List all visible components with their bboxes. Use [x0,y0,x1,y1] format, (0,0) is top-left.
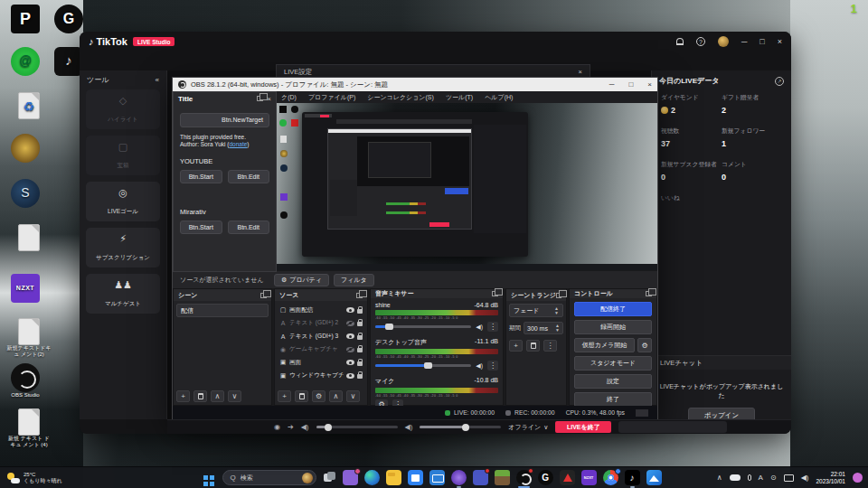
desktop-icon-text-doc-2[interactable]: 新規テキストドキュ メント(2) [5,318,52,358]
duration-spinner[interactable]: 300 ms▲▼ [524,322,563,334]
onedrive-icon[interactable] [730,474,741,481]
tray-speaker-icon[interactable]: ◀) [801,474,809,482]
tray-chevron-icon[interactable]: ∧ [717,474,722,482]
arrow-icon[interactable]: ➔ [288,423,294,431]
taskbar-logicool-g-icon[interactable]: G [538,470,553,485]
start-button[interactable] [203,475,208,480]
obs-preview-canvas[interactable] [277,103,657,270]
tiktok-title-bar[interactable]: ♪TikTok LIVE Studio ? ─ □ × [80,32,791,52]
source-down-button[interactable]: ∨ [346,390,360,402]
taskbar-edge-icon[interactable] [364,470,380,485]
search-highlight-image[interactable] [302,473,313,483]
search-box[interactable]: Q 検索 [222,470,316,485]
add-scene-button[interactable]: + [176,390,190,402]
remove-transition-button[interactable] [526,340,540,352]
source-row[interactable]: ◉ ゲームキャプチャ [278,343,364,357]
volume-slider[interactable] [375,325,471,328]
control-button[interactable]: スタジオモード [574,356,652,371]
obs-close-button[interactable]: × [647,80,652,89]
transition-type-select[interactable]: フェード▲▼ [509,304,563,317]
lock-icon[interactable] [357,309,363,314]
sidebar-tool-item[interactable]: ⚡ サブスクリプション [86,228,160,267]
youtube-start-button[interactable]: Btn.Start [180,170,222,183]
scene-down-button[interactable]: ∨ [228,390,241,402]
sidebar-tool-item[interactable]: ▢ 宝箱 [86,136,160,175]
cast-icon[interactable] [784,474,794,482]
lock-icon[interactable] [357,361,363,366]
remove-scene-button[interactable] [193,390,207,402]
obs-menu-item[interactable]: ク(D) [281,93,297,102]
dock-float-icon[interactable] [646,291,652,296]
new-target-button[interactable]: Btn.NewTarget [180,113,269,127]
mirarativ-start-button[interactable]: Btn.Start [180,221,222,234]
desktop-icon-recycle-doc[interactable] [5,92,52,119]
add-transition-button[interactable]: + [509,340,523,352]
bell-icon[interactable] [676,38,684,45]
control-button[interactable]: 設定 [574,374,652,389]
remove-source-button[interactable] [295,390,308,402]
desktop-icon-logicool-g[interactable]: G [45,5,92,33]
minimize-button[interactable]: ─ [741,37,747,46]
camera-icon[interactable]: ◉ [274,423,280,431]
add-source-button[interactable]: + [278,390,291,402]
comment-pill[interactable] [618,421,727,433]
speaker-icon[interactable]: ◀) [476,362,483,370]
desktop-icon-text-doc-4[interactable]: 新規 テキスト ドキュ メント (4) [5,408,52,448]
sidebar-tool-item[interactable]: ♟♟ マルチゲスト [86,274,160,314]
lock-icon[interactable] [357,348,363,352]
source-row[interactable]: ▣ 画面 [278,356,364,370]
speaker-icon[interactable]: ◀) [405,423,413,431]
taskbar-tiktok-icon[interactable]: ♪ [625,470,640,485]
close-button[interactable]: × [778,37,782,46]
taskbar-obs-icon[interactable] [516,470,532,485]
scene-up-button[interactable]: ∧ [211,390,224,402]
virtual-cam-gear-icon[interactable]: ⚙ [637,338,652,352]
open-external-icon[interactable]: ↗ [775,77,784,86]
mic-icon[interactable]: ◀) [301,423,309,431]
avatar[interactable] [718,36,729,47]
visibility-eye-icon[interactable] [346,307,354,313]
visibility-eye-icon[interactable] [346,373,354,379]
clock[interactable]: 22:012023/10/01 [816,471,845,484]
close-icon[interactable]: × [579,68,582,76]
weather-widget[interactable]: 25°Cくもり時々晴れ [0,472,70,484]
ime-indicator[interactable]: A [759,474,763,482]
source-row[interactable]: A テキスト (GDI+) 2 [278,317,364,331]
donate-link[interactable]: donate [229,141,247,147]
visibility-eye-icon[interactable] [346,321,354,326]
obs-menu-item[interactable]: シーンコレクション(S) [367,93,434,102]
task-view-button[interactable] [323,471,336,484]
dock-float-icon[interactable] [356,293,363,298]
youtube-edit-button[interactable]: Btn.Edit [228,170,270,183]
taskbar-chrome-icon[interactable] [603,470,618,485]
desktop-icon-text-doc[interactable] [5,224,52,251]
taskbar-photos-icon[interactable] [646,470,662,485]
obs-menu-item[interactable]: プロファイル(P) [308,93,355,102]
notification-badge[interactable] [853,473,863,483]
lock-icon[interactable] [357,322,363,326]
source-up-button[interactable]: ∧ [329,390,343,402]
tray-mic-icon[interactable] [748,474,751,481]
dock-float-icon[interactable] [257,96,263,101]
lock-icon[interactable] [357,374,363,379]
taskbar-app-icon[interactable] [473,470,488,485]
desktop-icon-nzxt-cam[interactable]: NZXT [2,274,49,303]
visibility-eye-icon[interactable] [346,360,354,365]
tray-clock-icon[interactable]: ⊙ [770,474,777,482]
taskbar-store-icon[interactable] [408,470,423,485]
sidebar-tool-item[interactable]: ◎ LIVEゴール [86,182,160,221]
desktop-icon-green-app[interactable]: @ [2,47,49,76]
obs-title-bar[interactable]: OBS 28.1.2 (64-bit, windows) - プロファイル: 無… [173,78,657,91]
maximize-button[interactable]: □ [760,37,764,46]
source-row[interactable]: A テキスト (GDI+) 3 [278,330,364,343]
visibility-eye-icon[interactable] [346,333,354,339]
obs-menu-item[interactable]: ヘルプ(H) [485,93,513,102]
dock-float-icon[interactable] [556,293,561,298]
taskbar-nzxt-icon[interactable]: NZXT [581,470,597,485]
desktop-icon-jurassic-world[interactable] [2,134,49,163]
desktop-icon-game[interactable]: P [2,5,49,33]
scene-item[interactable]: 配信 [176,304,269,317]
sidebar-tool-item[interactable]: ◇ ハイライト [86,89,160,129]
channel-menu-icon[interactable]: ⋮ [487,361,498,371]
obs-menu-item[interactable]: ツール(T) [446,93,473,102]
